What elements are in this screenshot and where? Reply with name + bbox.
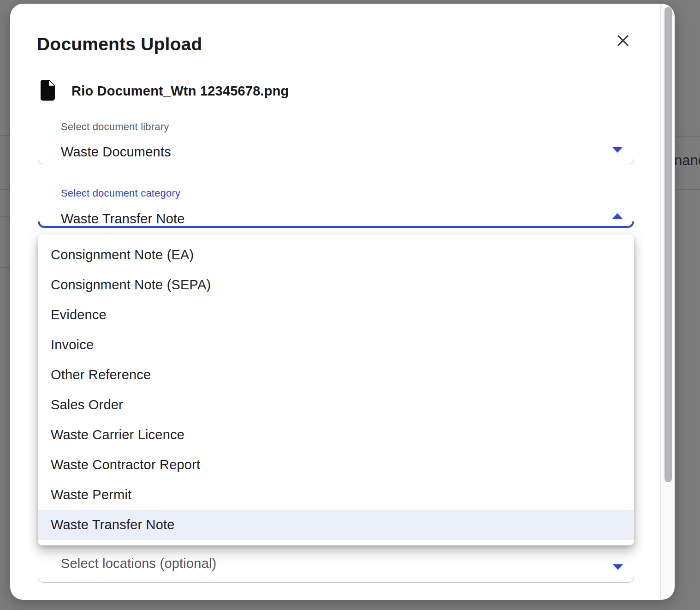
locations-select-placeholder: Select locations (optional) bbox=[61, 556, 216, 571]
backdrop-divider bbox=[674, 189, 700, 190]
option-waste-contractor-report[interactable]: Waste Contractor Report bbox=[38, 450, 634, 480]
backdrop-divider bbox=[674, 136, 700, 137]
file-name: Rio Document_Wtn 12345678.png bbox=[71, 84, 289, 99]
modal-title: Documents Upload bbox=[37, 34, 202, 54]
close-icon bbox=[616, 33, 630, 48]
option-invoice[interactable]: Invoice bbox=[38, 330, 634, 360]
backdrop-divider bbox=[0, 267, 10, 268]
document-icon bbox=[41, 80, 55, 102]
scrollbar-track[interactable] bbox=[660, 4, 673, 600]
uploaded-file-row: Rio Document_Wtn 12345678.png bbox=[41, 80, 289, 102]
option-evidence[interactable]: Evidence bbox=[38, 300, 634, 330]
option-consignment-note-sepa[interactable]: Consignment Note (SEPA) bbox=[38, 270, 634, 300]
close-button[interactable] bbox=[612, 30, 634, 52]
library-select[interactable] bbox=[38, 158, 634, 164]
option-sales-order[interactable]: Sales Order bbox=[38, 390, 634, 420]
chevron-up-icon[interactable] bbox=[612, 213, 623, 219]
backdrop-divider bbox=[0, 216, 10, 217]
option-other-reference[interactable]: Other Reference bbox=[38, 360, 634, 390]
category-field-label: Select document category bbox=[61, 187, 180, 199]
chevron-down-icon[interactable] bbox=[613, 564, 623, 570]
chevron-down-icon[interactable] bbox=[612, 147, 623, 153]
category-select[interactable] bbox=[38, 221, 634, 228]
backdrop-peek-text: nanc bbox=[674, 152, 700, 169]
option-waste-transfer-note[interactable]: Waste Transfer Note bbox=[38, 510, 634, 540]
documents-upload-modal: Documents Upload Rio Document_Wtn 123456… bbox=[10, 4, 675, 600]
option-waste-carrier-licence[interactable]: Waste Carrier Licence bbox=[38, 420, 634, 450]
category-options-listbox: Consignment Note (EA) Consignment Note (… bbox=[38, 234, 634, 545]
backdrop-divider bbox=[0, 135, 10, 136]
locations-select[interactable] bbox=[38, 576, 634, 583]
scrollbar-thumb[interactable] bbox=[664, 7, 672, 482]
backdrop-divider bbox=[0, 189, 10, 190]
library-field-label: Select document library bbox=[61, 121, 169, 133]
option-waste-permit[interactable]: Waste Permit bbox=[38, 480, 634, 510]
option-consignment-note-ea[interactable]: Consignment Note (EA) bbox=[38, 240, 634, 270]
